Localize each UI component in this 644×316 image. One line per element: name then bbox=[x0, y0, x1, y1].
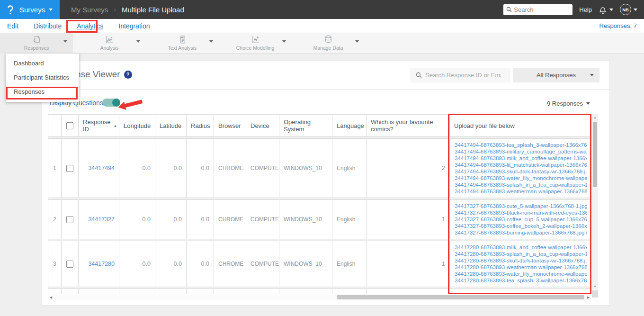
toolbar-choice-modelling[interactable]: Choice Modelling bbox=[219, 33, 292, 54]
header-language[interactable]: Language bbox=[332, 115, 367, 136]
header-latitude[interactable]: Latitude bbox=[155, 115, 187, 136]
cell-checkbox bbox=[62, 289, 79, 294]
uploaded-file-link[interactable]: 34417280-68763893-tea_splash_3-wallpaper… bbox=[455, 277, 587, 284]
select-all-checkbox[interactable] bbox=[66, 122, 73, 129]
tab-distribute[interactable]: Distribute bbox=[34, 22, 62, 30]
toolbar-label: Text Analysis bbox=[168, 45, 197, 51]
uploaded-file-link[interactable]: 34417327-68763893-coffee_cup_5-wallpaper… bbox=[455, 216, 587, 223]
cell-response-id[interactable]: 34417280 bbox=[79, 241, 119, 287]
cell-longitude: 0.0 bbox=[119, 139, 155, 198]
cell-row-number: 2 bbox=[48, 200, 62, 239]
cell-language: English bbox=[332, 241, 367, 287]
cell-response-id[interactable]: 34417327 bbox=[79, 200, 119, 239]
tab-analytics[interactable]: Analytics bbox=[77, 22, 103, 30]
chevron-down-icon bbox=[49, 9, 53, 11]
cell-device: COMPUTER bbox=[246, 241, 279, 287]
cell-response-id[interactable]: 34417494 bbox=[79, 139, 119, 198]
global-search-input[interactable] bbox=[514, 6, 566, 13]
scroll-right-icon[interactable]: ▶ bbox=[585, 294, 591, 300]
cell-row-number: 3 bbox=[48, 241, 62, 287]
response-filter-dropdown[interactable]: All Responses bbox=[513, 68, 599, 82]
toolbar-label: Analysis bbox=[100, 45, 118, 51]
chevron-down-icon bbox=[209, 40, 213, 43]
uploaded-file-link[interactable]: 34417327-68763893-black-iron-man-with-re… bbox=[455, 209, 587, 216]
brand-area: Surveys bbox=[0, 0, 60, 19]
menu-item-dashboard[interactable]: Dashboard bbox=[6, 56, 79, 71]
toolbar-text-analysis[interactable]: Text Analysis bbox=[146, 33, 219, 54]
toolbar-analysis[interactable]: Analysis bbox=[73, 33, 146, 54]
cell-uploaded-files: 34417247-68763893-military_camouflage_pa… bbox=[450, 289, 591, 294]
horizontal-scrollbar[interactable]: ◀ ▶ bbox=[48, 294, 591, 300]
header-response-id[interactable]: Response ID▲ bbox=[79, 115, 119, 136]
help-icon[interactable]: ? bbox=[124, 71, 132, 79]
uploaded-file-link[interactable]: 34417327-68763893-burning-wallpaper-1366… bbox=[455, 229, 587, 236]
uploaded-file-link[interactable]: 34417494-68763893-weatherman-wallpaper-1… bbox=[455, 188, 587, 195]
uploaded-file-link[interactable]: 34417327-68763893-cute_5-wallpaper-1366x… bbox=[455, 203, 587, 209]
analytics-toolbar: Responses Analysis Text Analysis Choice … bbox=[0, 33, 644, 54]
account-menu[interactable]: NB bbox=[620, 4, 637, 15]
scroll-down-icon[interactable]: ▼ bbox=[592, 283, 598, 289]
vertical-scroll-thumb[interactable] bbox=[593, 122, 597, 187]
header-operating-system[interactable]: Operating System bbox=[279, 115, 332, 136]
uploaded-file-link[interactable]: 34417280-68763893-weatherman-wallpaper-1… bbox=[455, 264, 587, 271]
uploaded-file-link[interactable]: 34417494-68763893-lit_matchstick-wallpap… bbox=[455, 162, 587, 168]
scroll-left-icon[interactable]: ◀ bbox=[48, 294, 54, 300]
scroll-up-icon[interactable]: ▲ bbox=[592, 114, 598, 120]
cell-browser bbox=[214, 289, 246, 294]
top-bar: Surveys My Surveys › Multiple File Uploa… bbox=[0, 0, 644, 19]
cell-browser: CHROME bbox=[214, 200, 246, 239]
responses-count-dropdown[interactable]: 9 Responses bbox=[547, 100, 590, 107]
uploaded-file-link[interactable]: 34417494-68763893-milk_and_coffee-wallpa… bbox=[455, 155, 587, 162]
vertical-scrollbar[interactable]: ▲ ▼ bbox=[592, 114, 598, 289]
uploaded-file-link[interactable]: 34417280-68763893-milk_and_coffee-wallpa… bbox=[455, 244, 587, 251]
cell-response-id[interactable] bbox=[79, 289, 119, 294]
display-questions-toggle[interactable] bbox=[102, 99, 120, 107]
menu-item-participant-statistics[interactable]: Participant Statistics bbox=[6, 71, 79, 85]
cell-uploaded-files: 34417280-68763893-milk_and_coffee-wallpa… bbox=[450, 241, 591, 287]
uploaded-file-link[interactable]: 34417280-68763893-splash_in_a_tea_cup-wa… bbox=[455, 251, 587, 257]
cell-radius: 0.0 bbox=[187, 139, 214, 198]
uploaded-file-link[interactable]: 34417494-68763893-skull-dark-fantasy-wr-… bbox=[455, 168, 587, 175]
responses-count-label: 9 Responses bbox=[547, 100, 583, 107]
uploaded-file-link[interactable]: 34417494-68763893-water_lily_monochrome-… bbox=[455, 175, 587, 181]
response-search-input[interactable] bbox=[425, 72, 501, 79]
cell-radius bbox=[187, 289, 214, 294]
breadcrumb-separator: › bbox=[114, 6, 116, 13]
header-comics-question[interactable]: Which is your favourite comics? bbox=[367, 115, 450, 136]
header-device[interactable]: Device bbox=[246, 115, 279, 136]
breadcrumb-my-surveys[interactable]: My Surveys bbox=[71, 6, 108, 14]
cell-operating-system bbox=[279, 289, 332, 294]
uploaded-file-link[interactable]: 34417280-68763893-skull-dark-fantasy-wr-… bbox=[455, 257, 587, 264]
tab-edit[interactable]: Edit bbox=[7, 22, 18, 30]
uploaded-file-link[interactable]: 34417494-68763893-splash_in_a_tea_cup-wa… bbox=[455, 181, 587, 188]
horizontal-scroll-thumb[interactable] bbox=[337, 295, 584, 299]
header-longitude[interactable]: Longitude bbox=[119, 115, 155, 136]
toggle-knob bbox=[112, 99, 120, 107]
notifications-menu[interactable] bbox=[599, 5, 613, 14]
menu-item-responses[interactable]: Responses bbox=[6, 85, 79, 99]
surveys-menu[interactable]: Surveys bbox=[19, 6, 53, 14]
questionpro-logo-icon[interactable] bbox=[7, 5, 14, 15]
response-search bbox=[411, 68, 510, 82]
table-row: 3344172800.00.00.0CHROMECOMPUTERWINDOWS_… bbox=[48, 241, 591, 287]
header-browser[interactable]: Browser bbox=[214, 115, 246, 136]
row-checkbox[interactable] bbox=[66, 165, 73, 172]
toolbar-manage-data[interactable]: Manage Data bbox=[292, 33, 365, 54]
uploaded-file-link[interactable]: 34417494-68763893-tea_splash_3-wallpaper… bbox=[455, 142, 587, 148]
sort-asc-icon: ▲ bbox=[114, 124, 117, 128]
row-checkbox[interactable] bbox=[66, 261, 73, 268]
header-radius[interactable]: Radius bbox=[187, 115, 214, 136]
cell-radius: 0.0 bbox=[187, 241, 214, 287]
toolbar-responses[interactable]: Responses bbox=[0, 33, 73, 54]
uploaded-file-link[interactable]: 34417280-68763893-water_lily_monochrome-… bbox=[455, 271, 587, 277]
uploaded-file-link[interactable]: 34417327-68763893-coffee_bokeh_2-wallpap… bbox=[455, 223, 587, 229]
tab-integration[interactable]: Integration bbox=[118, 22, 150, 30]
manage-data-icon bbox=[324, 35, 333, 44]
uploaded-file-link[interactable]: 34417494-68763893-military_camouflage_pa… bbox=[455, 148, 587, 155]
choice-modelling-icon bbox=[251, 35, 260, 44]
cell-longitude: 0.0 bbox=[119, 200, 155, 239]
cell-device: COMPUTER bbox=[246, 139, 279, 198]
help-link[interactable]: Help bbox=[579, 6, 592, 13]
row-checkbox[interactable] bbox=[66, 216, 73, 223]
header-upload-question[interactable]: Upload your file below bbox=[450, 115, 591, 136]
